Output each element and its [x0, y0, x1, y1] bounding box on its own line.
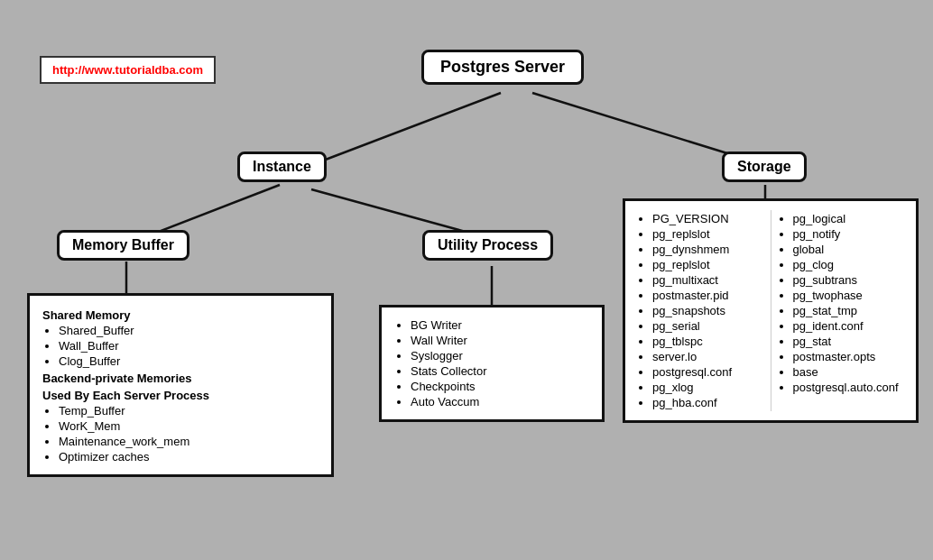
- storage-left-list: PG_VERSION pg_replslot pg_dynshmem pg_re…: [652, 212, 763, 409]
- utility-process-content: BG Writer Wall Writer Syslogger Stats Co…: [379, 305, 605, 422]
- list-item: Shared_Buffer: [59, 324, 319, 337]
- list-item: pg_multixact: [652, 273, 763, 287]
- list-item: pg_clog: [793, 258, 904, 271]
- url-text: http://www.tutorialdba.com: [52, 63, 203, 77]
- list-item: pg_replslot: [652, 227, 763, 241]
- list-item: WorK_Mem: [59, 419, 319, 433]
- list-item: pg_ident.conf: [793, 319, 904, 333]
- list-item: pg_snapshots: [652, 304, 763, 317]
- utility-list: BG Writer Wall Writer Syslogger Stats Co…: [411, 318, 589, 409]
- list-item: postmaster.pid: [652, 289, 763, 302]
- used-by-label: Used By Each Server Process: [42, 389, 319, 402]
- list-item: Stats Collector: [411, 364, 589, 378]
- list-item: base: [793, 365, 904, 379]
- list-item: postgresql.conf: [652, 365, 763, 379]
- list-item: pg_hba.conf: [652, 396, 763, 409]
- storage-content: PG_VERSION pg_replslot pg_dynshmem pg_re…: [623, 198, 919, 423]
- utility-process-node: Utility Process: [422, 230, 553, 261]
- storage-node: Storage: [722, 151, 807, 182]
- list-item: Optimizer caches: [59, 450, 319, 464]
- list-item: pg_xlog: [652, 381, 763, 394]
- list-item: global: [793, 243, 904, 256]
- memory-buffer-node: Memory Buffer: [57, 230, 189, 261]
- list-item: pg_dynshmem: [652, 243, 763, 256]
- list-item: server.lo: [652, 350, 763, 363]
- list-item: pg_stat: [793, 335, 904, 348]
- list-item: postgresql.auto.conf: [793, 381, 904, 394]
- list-item: Wall Writer: [411, 334, 589, 347]
- list-item: pg_replslot: [652, 258, 763, 271]
- list-item: pg_notify: [793, 227, 904, 241]
- list-item: Auto Vaccum: [411, 395, 589, 409]
- url-label: http://www.tutorialdba.com: [40, 56, 216, 84]
- list-item: postmaster.opts: [793, 350, 904, 363]
- list-item: Checkpoints: [411, 380, 589, 393]
- memory-buffer-content: Shared Memory Shared_Buffer Wall_Buffer …: [27, 293, 334, 477]
- shared-memory-list: Shared_Buffer Wall_Buffer Clog_Buffer: [59, 324, 319, 368]
- list-item: BG Writer: [411, 318, 589, 332]
- list-item: pg_stat_tmp: [793, 304, 904, 317]
- list-item: pg_serial: [652, 319, 763, 333]
- instance-node: Instance: [237, 151, 327, 182]
- list-item: Clog_Buffer: [59, 354, 319, 368]
- list-item: Temp_Buffer: [59, 404, 319, 418]
- private-memory-list: Temp_Buffer WorK_Mem Maintenance_work_me…: [59, 404, 319, 464]
- storage-right-list: pg_logical pg_notify global pg_clog pg_s…: [793, 212, 904, 394]
- shared-memory-label: Shared Memory: [42, 308, 319, 322]
- svg-line-0: [311, 93, 501, 165]
- list-item: pg_twophase: [793, 289, 904, 302]
- list-item: Wall_Buffer: [59, 339, 319, 353]
- list-item: Maintenance_work_mem: [59, 435, 319, 448]
- postgres-server-node: Postgres Server: [421, 50, 584, 85]
- list-item: pg_logical: [793, 212, 904, 225]
- storage-left-col: PG_VERSION pg_replslot pg_dynshmem pg_re…: [638, 210, 771, 411]
- list-item: Syslogger: [411, 349, 589, 363]
- list-item: pg_subtrans: [793, 273, 904, 287]
- storage-right-col: pg_logical pg_notify global pg_clog pg_s…: [771, 210, 904, 411]
- list-item: pg_tblspc: [652, 335, 763, 348]
- backend-label: Backend-private Memories: [42, 372, 319, 385]
- list-item: PG_VERSION: [652, 212, 763, 225]
